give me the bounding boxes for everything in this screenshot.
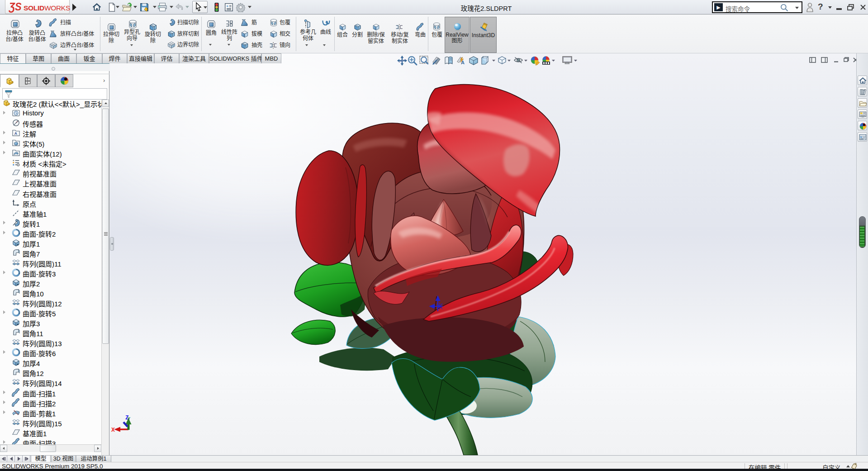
svg-text:!: ! [147,7,147,11]
svg-text:X: X [111,427,115,433]
svg-text:A: A [461,60,465,65]
svg-text:Y: Y [128,417,130,422]
